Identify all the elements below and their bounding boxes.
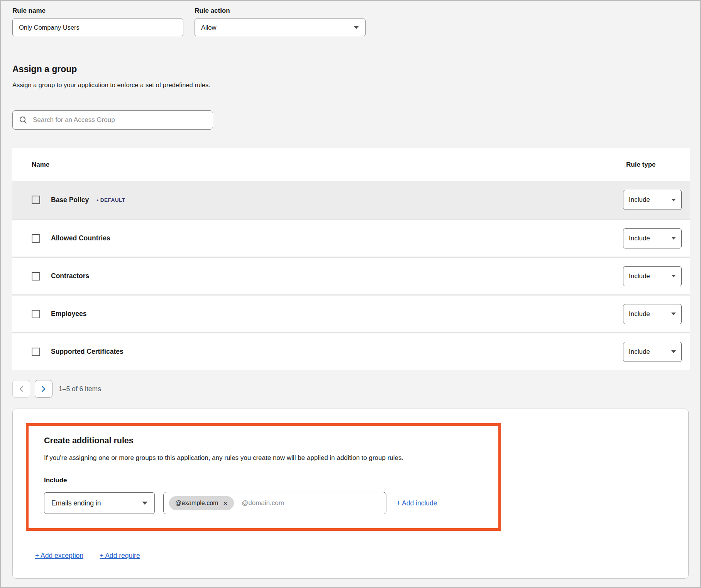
row-select-area: Contractors — [32, 272, 623, 280]
next-page-button[interactable] — [35, 380, 52, 398]
pagination: 1–5 of 6 items — [12, 380, 689, 398]
row-label: Allowed Countries — [51, 234, 110, 242]
search-icon — [19, 116, 27, 124]
chevron-down-icon — [142, 502, 147, 505]
row-label: Base Policy — [51, 196, 89, 204]
rule-form: Rule name Only Company Users Rule action… — [12, 7, 689, 36]
row-label: Employees — [51, 310, 86, 318]
row-checkbox[interactable] — [32, 234, 40, 243]
table-header: Name Rule type — [12, 148, 690, 181]
default-badge: • DEFAULT — [97, 197, 125, 203]
row-select-area: Employees — [32, 310, 623, 318]
row-checkbox[interactable] — [32, 196, 40, 204]
previous-page-button[interactable] — [12, 380, 30, 398]
row-label: Contractors — [51, 272, 89, 280]
rule-action-label: Rule action — [195, 7, 366, 15]
table-row: Supported Certificates Include — [12, 332, 690, 370]
row-checkbox[interactable] — [32, 310, 40, 318]
access-group-table: Name Rule type Base Policy • DEFAULT Inc… — [12, 148, 690, 370]
rule-type-select[interactable]: Include — [623, 304, 682, 324]
row-select-area: Supported Certificates — [32, 348, 623, 356]
chevron-down-icon — [671, 237, 676, 240]
table-row: Allowed Countries Include — [12, 219, 690, 257]
rule-name-input[interactable]: Only Company Users — [12, 19, 183, 36]
group-table-body: Base Policy • DEFAULT Include Allowed Co… — [12, 181, 690, 370]
create-additional-rules-description: If you're assigning one or more groups t… — [44, 454, 483, 462]
row-label: Supported Certificates — [51, 348, 124, 356]
chevron-down-icon — [671, 350, 676, 353]
rule-action-field: Rule action Allow — [195, 7, 366, 36]
table-row: Base Policy • DEFAULT Include — [12, 181, 690, 219]
add-require-link[interactable]: + Add require — [100, 552, 140, 560]
include-section-label: Include — [44, 476, 483, 484]
rule-name-label: Rule name — [12, 7, 183, 15]
table-row: Employees Include — [12, 294, 690, 332]
create-additional-rules-heading: Create additional rules — [44, 436, 483, 446]
rule-type-select[interactable]: Include — [623, 190, 682, 210]
row-select-area: Base Policy • DEFAULT — [32, 196, 623, 204]
email-domain-chip: @example.com ✕ — [169, 496, 234, 510]
rule-type-value: Include — [629, 348, 650, 356]
email-domain-placeholder: @domain.com — [242, 499, 284, 507]
assign-group-description: Assign a group to your application to en… — [12, 81, 689, 89]
additional-rules-card: Create additional rules If you're assign… — [12, 409, 689, 579]
row-checkbox[interactable] — [32, 272, 40, 280]
add-include-link[interactable]: + Add include — [396, 499, 437, 507]
footer-links: + Add exception + Add require — [35, 552, 688, 560]
table-row: Contractors Include — [12, 257, 690, 294]
condition-value: Emails ending in — [51, 499, 101, 507]
rule-name-value: Only Company Users — [19, 24, 80, 31]
assign-group-heading: Assign a group — [12, 64, 689, 74]
rule-name-field: Rule name Only Company Users — [12, 7, 183, 36]
rule-type-select[interactable]: Include — [623, 228, 682, 248]
rule-type-select[interactable]: Include — [623, 266, 682, 286]
search-placeholder: Search for an Access Group — [33, 116, 115, 124]
rule-type-value: Include — [629, 272, 650, 280]
condition-select[interactable]: Emails ending in — [44, 492, 155, 514]
rule-action-select[interactable]: Allow — [195, 19, 366, 36]
rule-editor-page: Rule name Only Company Users Rule action… — [0, 0, 701, 588]
chevron-down-icon — [671, 275, 676, 277]
pagination-status: 1–5 of 6 items — [59, 385, 101, 393]
column-header-rule-type: Rule type — [623, 161, 690, 169]
column-header-name: Name — [32, 161, 623, 169]
rule-type-value: Include — [629, 235, 650, 242]
rule-type-value: Include — [629, 310, 650, 318]
rule-type-select[interactable]: Include — [623, 342, 682, 362]
add-exception-link[interactable]: + Add exception — [35, 552, 83, 560]
rule-type-value: Include — [629, 196, 650, 204]
access-group-search-input[interactable]: Search for an Access Group — [12, 110, 213, 130]
row-select-area: Allowed Countries — [32, 234, 623, 243]
create-additional-rules-highlight: Create additional rules If you're assign… — [26, 423, 501, 531]
chevron-down-icon — [354, 26, 359, 29]
row-checkbox[interactable] — [32, 348, 40, 356]
email-domain-input[interactable]: @example.com ✕ @domain.com — [163, 492, 386, 514]
include-rule-row: Emails ending in @example.com ✕ @domain.… — [44, 492, 483, 514]
rule-action-value: Allow — [201, 24, 216, 31]
chip-label: @example.com — [175, 500, 218, 507]
chevron-down-icon — [671, 313, 676, 315]
chevron-down-icon — [671, 199, 676, 201]
close-icon[interactable]: ✕ — [223, 500, 228, 506]
